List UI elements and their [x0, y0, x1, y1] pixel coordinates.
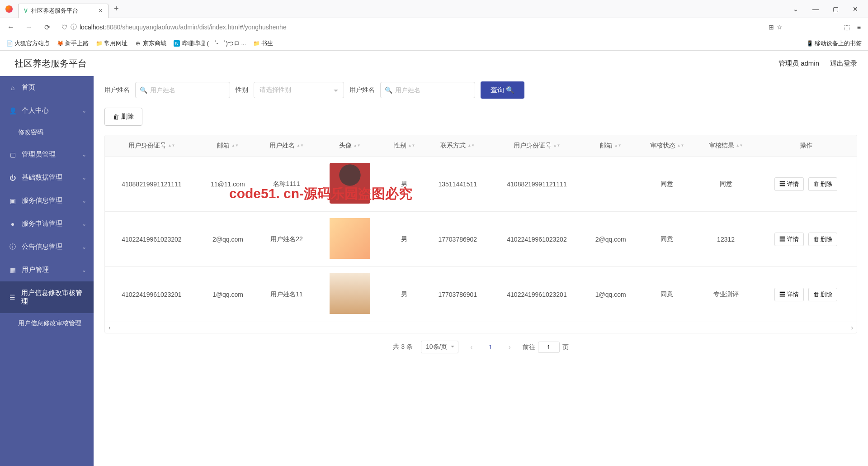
reload-button[interactable]: ⟳ [40, 20, 54, 34]
cell-phone: 13511441511 [425, 157, 490, 212]
bookmark-item[interactable]: 🦊新手上路 [54, 38, 91, 49]
sort-icon: ▲▼ [614, 145, 622, 147]
app-header: 社区养老服务平台 管理员 admin 退出登录 [0, 51, 868, 76]
th-email[interactable]: 邮箱▲▼ [198, 135, 257, 157]
pagination: 共 3 条 10条/页 ‹ 1 › 前往页 [104, 333, 857, 361]
cell-avatar [316, 157, 383, 212]
th-avatar[interactable]: 头像▲▼ [316, 135, 383, 157]
bookmark-item[interactable]: 📄火狐官方站点 [4, 38, 52, 49]
qr-icon[interactable]: ⊞ [769, 24, 774, 31]
filter-sex-select[interactable]: 请选择性别 [254, 82, 344, 98]
page-size-select[interactable]: 10条/页 [421, 341, 458, 353]
batch-delete-button[interactable]: 🗑 删除 [104, 108, 142, 126]
page-current[interactable]: 1 [484, 342, 497, 352]
chevron-down-icon: ⌄ [82, 198, 86, 204]
sidebar-item-basedata[interactable]: ⏻基础数据管理⌄ [0, 166, 94, 189]
vue-icon: V [24, 8, 28, 14]
search-button[interactable]: 查询 🔍 [481, 81, 524, 99]
cell-name: 名称1111 [257, 157, 316, 212]
square-icon: ▢ [9, 151, 16, 158]
sort-icon: ▲▼ [553, 145, 561, 147]
sidebar-item-apply[interactable]: ●服务申请管理⌄ [0, 212, 94, 235]
th-idcard[interactable]: 用户身份证号▲▼ [105, 135, 198, 157]
bookmarks-bar: 📄火狐官方站点 🦊新手上路 📁常用网址 ⊕京东商城 tv哔哩哔哩 ( ゜- ゜)… [0, 36, 868, 51]
extension-icon[interactable]: ⬚ [844, 24, 850, 31]
star-icon[interactable]: ☆ [777, 24, 783, 31]
menu-icon[interactable]: ≡ [854, 24, 864, 31]
cell-ops: ☰ 详情 🗑 删除 [755, 212, 857, 267]
cell-ops: ☰ 详情 🗑 删除 [755, 157, 857, 212]
address-bar-row: ← → ⟳ 🛡 ⓘ localhost:8080/sheuquyanglaofu… [0, 18, 868, 36]
sidebar-item-notice[interactable]: ⓘ公告信息管理⌄ [0, 235, 94, 258]
bookmark-item[interactable]: 📁书生 [250, 38, 276, 49]
horizontal-scroll[interactable]: ‹› [105, 322, 857, 333]
admin-label[interactable]: 管理员 admin [778, 59, 819, 68]
sidebar-item-home[interactable]: ⌂首页 [0, 76, 94, 99]
chevron-down-icon: ⌄ [82, 152, 86, 158]
cell-phone: 17703786901 [425, 267, 490, 322]
cell-sex: 男 [383, 157, 425, 212]
sidebar-item-service[interactable]: ▣服务信息管理⌄ [0, 189, 94, 212]
bookmark-item[interactable]: 📁常用网址 [93, 38, 130, 49]
bookmark-item[interactable]: ⊕京东商城 [132, 38, 169, 49]
logout-link[interactable]: 退出登录 [830, 59, 857, 68]
cell-sex: 男 [383, 267, 425, 322]
chevron-down-icon: ⌄ [82, 175, 86, 181]
sidebar-item-admin[interactable]: ▢管理员管理⌄ [0, 143, 94, 166]
cell-sex: 男 [383, 212, 425, 267]
th-idcard2[interactable]: 用户身份证号▲▼ [490, 135, 584, 157]
th-sex[interactable]: 性别▲▼ [383, 135, 425, 157]
cell-status: 同意 [637, 267, 696, 322]
url-text: localhost:8080/sheuquyanglaofuwu/admin/d… [80, 24, 287, 31]
th-status[interactable]: 审核状态▲▼ [637, 135, 696, 157]
delete-button[interactable]: 🗑 删除 [808, 233, 838, 246]
cell-idcard2: 41022419961023202 [490, 212, 584, 267]
chevron-down-icon: ⌄ [82, 221, 86, 227]
cell-email: 11@11.com [198, 157, 257, 212]
mobile-bookmarks[interactable]: 📱移动设备上的书签 [804, 38, 864, 49]
maximize-button[interactable]: ▢ [826, 2, 844, 16]
browser-tab[interactable]: V 社区养老服务平台 × [18, 4, 108, 18]
page-next[interactable]: › [505, 342, 514, 352]
shield-icon: 🛡 [61, 24, 68, 31]
th-result[interactable]: 审核结果▲▼ [697, 135, 755, 157]
sidebar-item-profile[interactable]: 👤个人中心⌄ [0, 99, 94, 122]
cell-name: 用户姓名22 [257, 212, 316, 267]
th-phone[interactable]: 联系方式▲▼ [425, 135, 490, 157]
cell-name: 用户姓名11 [257, 267, 316, 322]
sidebar-item-users[interactable]: ▦用户管理⌄ [0, 258, 94, 281]
minimize-button[interactable]: — [807, 2, 825, 16]
filter-name-input-2[interactable]: 🔍 [380, 82, 475, 98]
th-email2[interactable]: 邮箱▲▼ [584, 135, 637, 157]
delete-button[interactable]: 🗑 删除 [808, 177, 838, 191]
sidebar-sub-changepwd[interactable]: 修改密码 [0, 122, 94, 143]
forward-button[interactable]: → [22, 20, 36, 34]
sidebar-sub-useraudit[interactable]: 用户信息修改审核管理 [0, 313, 94, 334]
bulb-icon: ● [9, 220, 16, 228]
app-title: 社区养老服务平台 [14, 57, 87, 70]
filter-bar: 用户姓名 🔍 性别 请选择性别 用户姓名 🔍 查询 🔍 [104, 81, 857, 99]
chevron-down-icon: ⌄ [82, 108, 86, 114]
filter-label-sex: 性别 [236, 86, 248, 94]
close-icon[interactable]: × [99, 7, 103, 15]
new-tab-button[interactable]: + [108, 0, 124, 17]
sort-icon: ▲▼ [354, 145, 361, 147]
delete-button[interactable]: 🗑 删除 [808, 288, 838, 301]
home-icon: ⌂ [9, 84, 16, 91]
th-name[interactable]: 用户姓名▲▼ [257, 135, 316, 157]
close-window-button[interactable]: ✕ [846, 2, 864, 16]
detail-button[interactable]: ☰ 详情 [774, 177, 804, 191]
bookmark-item[interactable]: tv哔哩哔哩 ( ゜- ゜)つロ ... [171, 38, 249, 49]
sort-icon: ▲▼ [297, 145, 304, 147]
detail-button[interactable]: ☰ 详情 [774, 233, 804, 246]
filter-name-input-1[interactable]: 🔍 [135, 82, 230, 98]
back-button[interactable]: ← [4, 20, 18, 34]
page-prev[interactable]: ‹ [467, 342, 476, 352]
detail-button[interactable]: ☰ 详情 [774, 288, 804, 301]
address-bar[interactable]: 🛡 ⓘ localhost:8080/sheuquyanglaofuwu/adm… [58, 23, 765, 31]
chevron-down-icon: ⌄ [82, 267, 86, 273]
sidebar-item-useraudit[interactable]: ☰用户信息修改审核管理 [0, 281, 94, 313]
chevron-down-icon[interactable]: ⌄ [787, 2, 805, 16]
page-jump-input[interactable] [538, 342, 560, 353]
cell-result: 12312 [697, 212, 755, 267]
